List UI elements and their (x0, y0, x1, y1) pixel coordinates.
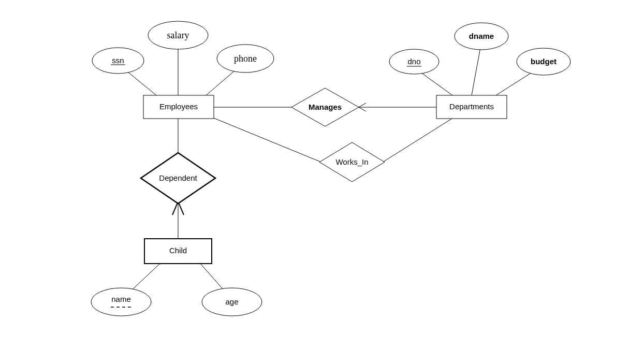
attr-dname-label: dname (469, 32, 494, 40)
er-diagram: ssn salary phone dno dname budget (0, 0, 644, 348)
entity-employees: Employees (143, 95, 214, 119)
attr-budget: budget (517, 48, 570, 75)
rel-dependent-label: Dependent (159, 173, 197, 182)
edge-departments-dname (472, 48, 480, 95)
attr-phone-label: phone (234, 53, 257, 64)
attr-dno-label: dno (407, 57, 420, 66)
attr-budget-label: budget (531, 57, 557, 66)
attr-name: name (91, 288, 151, 316)
rel-worksin: Works_In (319, 142, 385, 182)
attr-ssn: ssn (92, 48, 144, 74)
rel-manages-label: Manages (309, 103, 342, 111)
edge-employees-worksin (214, 118, 320, 162)
rel-dependent: Dependent (141, 153, 215, 204)
attr-dname: dname (455, 23, 508, 50)
entity-employees-label: Employees (159, 102, 198, 111)
rel-worksin-label: Works_In (335, 157, 368, 166)
entity-departments: Departments (436, 95, 507, 119)
entity-departments-label: Departments (449, 102, 494, 111)
attr-ssn-label: ssn (112, 56, 124, 65)
edge-departments-dno (417, 70, 452, 95)
attr-name-label: name (111, 295, 131, 303)
attr-dno: dno (389, 49, 439, 74)
edge-departments-budget (496, 70, 536, 95)
entity-child: Child (144, 239, 212, 264)
rel-manages: Manages (291, 88, 359, 126)
edge-worksin-departments (384, 119, 452, 162)
attr-salary: salary (148, 21, 208, 49)
entity-child-label: Child (169, 246, 187, 255)
attr-salary-label: salary (167, 30, 189, 40)
attr-age-label: age (225, 297, 238, 306)
attr-age: age (202, 288, 262, 316)
attr-phone: phone (217, 45, 274, 72)
